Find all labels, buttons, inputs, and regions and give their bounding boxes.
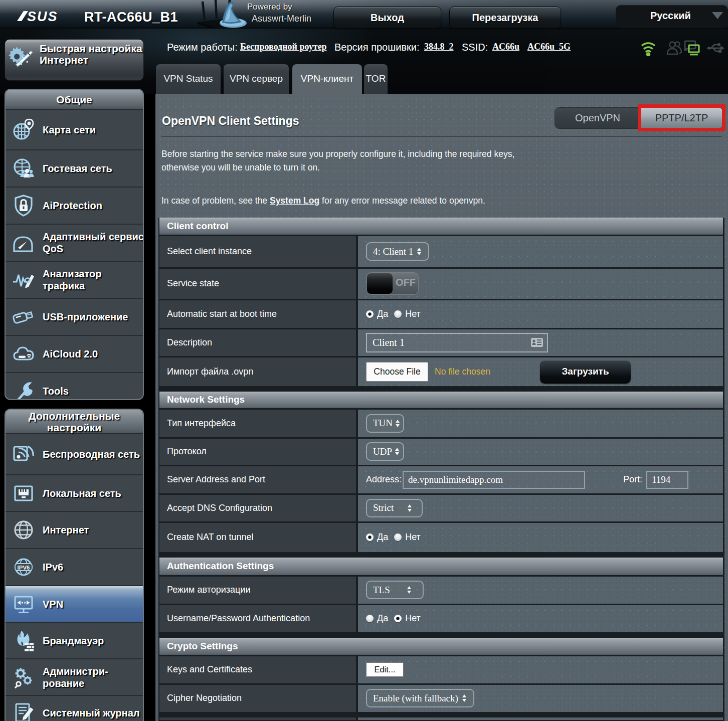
svg-text:SUS: SUS (27, 10, 58, 23)
svg-text:IPV6: IPV6 (18, 565, 30, 571)
